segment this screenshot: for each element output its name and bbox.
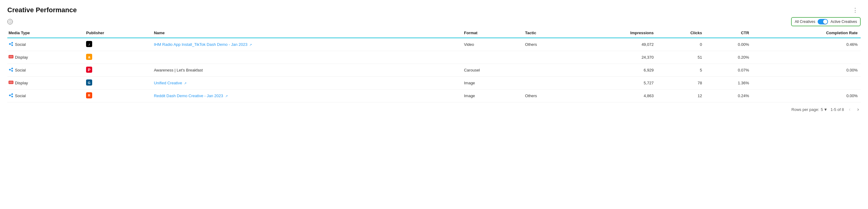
- tactic-cell: [524, 64, 573, 77]
- creative-name-link[interactable]: Unified Creative ↗: [154, 81, 186, 85]
- col-impressions: Impressions: [573, 28, 657, 38]
- media-type-cell: Social: [7, 64, 85, 77]
- completion-rate-cell: [752, 77, 861, 90]
- svg-line-4: [10, 44, 11, 45]
- clicks-cell: 0: [657, 38, 705, 51]
- publisher-cell: P: [85, 64, 153, 77]
- media-type-cell: Social: [7, 38, 85, 51]
- creative-name-link[interactable]: IHM Radio App Install_TikTok Dash Demo -…: [154, 42, 252, 47]
- active-creatives-toggle[interactable]: [818, 19, 828, 25]
- clicks-cell: 12: [657, 90, 705, 102]
- format-cell: Video: [463, 38, 524, 51]
- rows-per-page-select[interactable]: 5 ▼: [821, 107, 828, 112]
- table-row: Social RReddit Dash Demo Creative - Jan …: [7, 90, 861, 102]
- clicks-cell: 51: [657, 51, 705, 64]
- svg-point-24: [11, 96, 13, 97]
- name-cell: Awareness | Let's Breakfast: [153, 64, 463, 77]
- social-media-icon: [8, 67, 13, 73]
- svg-point-13: [11, 70, 13, 72]
- page-info: 1-5 of 8: [831, 107, 844, 112]
- impressions-cell: 49,072: [573, 38, 657, 51]
- media-type-label: Display: [15, 55, 28, 60]
- svg-point-22: [11, 93, 13, 95]
- tactic-cell: [524, 51, 573, 64]
- guardian-publisher-icon: G: [86, 82, 92, 87]
- creative-name: Awareness | Let's Breakfast: [154, 68, 203, 72]
- svg-point-11: [11, 68, 13, 69]
- col-format: Format: [463, 28, 524, 38]
- name-cell[interactable]: Reddit Dash Demo Creative - Jan 2023 ↗: [153, 90, 463, 102]
- col-ctr: CTR: [705, 28, 752, 38]
- col-media-type: Media Type: [7, 28, 85, 38]
- col-name: Name: [153, 28, 463, 38]
- media-type-label: Social: [15, 93, 26, 98]
- external-link-icon: ↗: [225, 94, 228, 98]
- rows-per-page-value: 5: [821, 107, 823, 112]
- table-row: Display a24,370510.20%: [7, 51, 861, 64]
- svg-line-14: [10, 69, 11, 69]
- svg-rect-8: [9, 56, 13, 58]
- three-dot-menu-button[interactable]: ⋮: [850, 5, 861, 15]
- svg-point-2: [11, 44, 13, 46]
- ctr-cell: 1.36%: [705, 77, 752, 90]
- creatives-toggle-group: All Creatives Active Creatives: [791, 17, 861, 26]
- info-icon[interactable]: ⓘ: [7, 19, 13, 25]
- amazon-publisher-icon: a: [86, 56, 92, 61]
- svg-text:G: G: [88, 81, 91, 85]
- completion-rate-cell: [752, 51, 861, 64]
- svg-line-15: [10, 70, 11, 70]
- ctr-cell: 0.00%: [705, 38, 752, 51]
- reddit-publisher-icon: R: [86, 95, 92, 99]
- media-type-cell: Display: [7, 51, 85, 64]
- col-clicks: Clicks: [657, 28, 705, 38]
- clicks-cell: 78: [657, 77, 705, 90]
- format-cell: Image: [463, 77, 524, 90]
- format-cell: [463, 51, 524, 64]
- impressions-cell: 6,929: [573, 64, 657, 77]
- rows-per-page-label: Rows per page:: [792, 107, 819, 112]
- media-type-label: Display: [15, 81, 28, 85]
- tiktok-publisher-icon: ♪: [86, 43, 92, 48]
- table-row: Social ♪IHM Radio App Install_TikTok Das…: [7, 38, 861, 51]
- svg-line-3: [10, 43, 11, 44]
- external-link-icon: ↗: [249, 43, 252, 47]
- rows-per-page-control: Rows per page: 5 ▼: [792, 107, 828, 112]
- svg-rect-19: [9, 81, 13, 83]
- tactic-cell: [524, 77, 573, 90]
- social-media-icon: [8, 93, 13, 99]
- format-cell: Carousel: [463, 64, 524, 77]
- display-media-icon: [8, 55, 13, 60]
- media-type-label: Social: [15, 68, 26, 72]
- creative-name-link[interactable]: Reddit Dash Demo Creative - Jan 2023 ↗: [154, 93, 228, 98]
- completion-rate-cell: 0.00%: [752, 64, 861, 77]
- col-completion-rate: Completion Rate: [752, 28, 861, 38]
- completion-rate-cell: 0.46%: [752, 38, 861, 51]
- pinterest-publisher-icon: P: [86, 69, 92, 73]
- name-cell[interactable]: IHM Radio App Install_TikTok Dash Demo -…: [153, 38, 463, 51]
- prev-page-button[interactable]: ‹: [847, 106, 852, 113]
- tactic-cell: Others: [524, 90, 573, 102]
- svg-text:R: R: [88, 93, 90, 97]
- ctr-cell: 0.24%: [705, 90, 752, 102]
- svg-text:♪: ♪: [88, 42, 90, 47]
- external-link-icon: ↗: [184, 82, 186, 85]
- svg-point-23: [9, 95, 11, 96]
- chevron-down-icon: ▼: [824, 107, 828, 112]
- clicks-cell: 5: [657, 64, 705, 77]
- creative-performance-table: Media Type Publisher Name Format Tactic …: [7, 28, 861, 102]
- svg-point-0: [11, 42, 13, 44]
- table-row: Display GUnified Creative ↗Image5,727781…: [7, 77, 861, 90]
- format-cell: Image: [463, 90, 524, 102]
- next-page-button[interactable]: ›: [856, 106, 861, 113]
- ctr-cell: 0.07%: [705, 64, 752, 77]
- ctr-cell: 0.20%: [705, 51, 752, 64]
- publisher-cell: ♪: [85, 38, 153, 51]
- active-creatives-label: Active Creatives: [831, 20, 857, 24]
- name-cell: [153, 51, 463, 64]
- name-cell[interactable]: Unified Creative ↗: [153, 77, 463, 90]
- publisher-cell: a: [85, 51, 153, 64]
- social-media-icon: [8, 41, 13, 47]
- media-type-cell: Social: [7, 90, 85, 102]
- col-publisher: Publisher: [85, 28, 153, 38]
- display-media-icon: [8, 81, 13, 85]
